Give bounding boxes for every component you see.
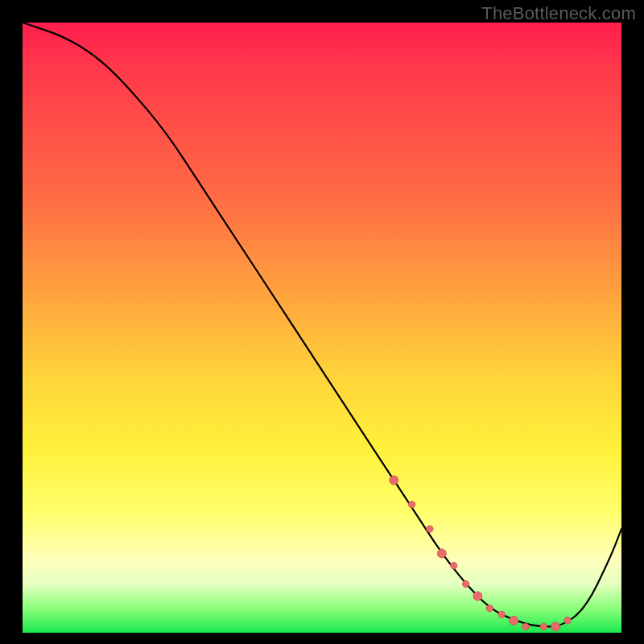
curve-marker xyxy=(462,580,469,587)
curve-marker xyxy=(498,611,505,617)
curve-marker xyxy=(564,617,571,624)
curve-marker xyxy=(390,476,398,485)
chart-frame xyxy=(23,23,621,633)
curve-marker xyxy=(473,592,482,601)
curve-marker xyxy=(540,623,547,630)
curve-marker xyxy=(486,605,493,612)
chart-svg xyxy=(23,23,621,633)
curve-marker xyxy=(522,623,529,630)
curve-marker xyxy=(451,562,457,568)
watermark-text: TheBottleneck.com xyxy=(481,3,636,24)
curve-marker xyxy=(408,502,415,508)
curve-marker xyxy=(510,616,518,625)
curve-marker xyxy=(427,526,433,532)
marker-group xyxy=(390,476,571,631)
bottleneck-curve xyxy=(23,23,621,626)
curve-marker xyxy=(551,622,560,631)
curve-marker xyxy=(437,549,446,558)
